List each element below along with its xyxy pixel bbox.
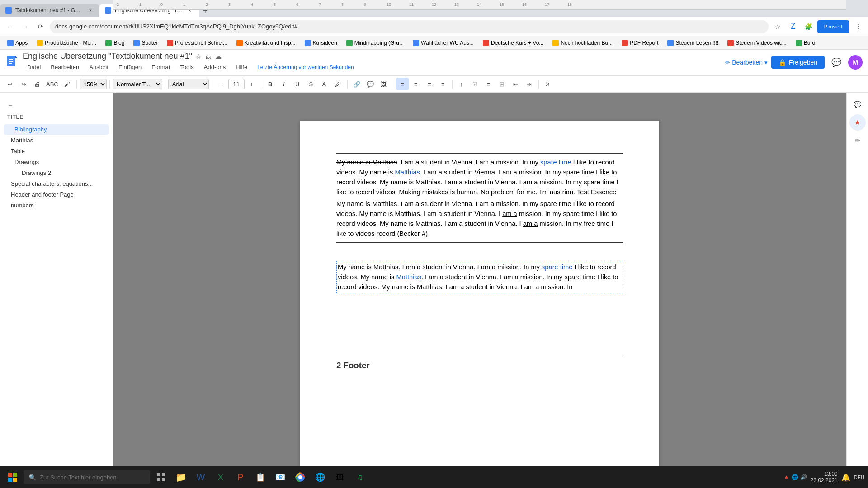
notification-icon[interactable]: 🔔 bbox=[841, 473, 850, 482]
bookmark-star-icon[interactable]: ☆ bbox=[771, 20, 784, 33]
document-page-1[interactable]: My name is Matthias. I am a student in V… bbox=[300, 121, 659, 466]
menu-einfuegen[interactable]: Einfügen bbox=[114, 62, 146, 72]
photos-icon[interactable]: 🖼 bbox=[331, 468, 349, 486]
italic-button[interactable]: I bbox=[278, 78, 290, 90]
bookmark-spaeter[interactable]: Später bbox=[130, 39, 161, 47]
font-size-input[interactable] bbox=[228, 79, 245, 89]
sidebar-item-drawings2[interactable]: Drawings 2 bbox=[4, 168, 109, 178]
address-input[interactable] bbox=[50, 20, 769, 33]
bullet-list-button[interactable]: ≡ bbox=[482, 78, 495, 90]
network-icon[interactable]: 🌐 bbox=[792, 474, 798, 480]
tab1-close[interactable]: × bbox=[87, 7, 94, 14]
align-justify-button[interactable]: ≡ bbox=[437, 78, 449, 90]
bookmark-deutschekurs[interactable]: Deutsche Kurs + Vo... bbox=[479, 39, 547, 47]
document-canvas[interactable]: -2 -1 0 1 2 3 4 5 6 7 8 9 10 11 12 13 14 bbox=[113, 93, 846, 488]
clear-formatting-button[interactable]: ✕ bbox=[542, 78, 554, 90]
sidebar-item-bibliography[interactable]: Bibliography bbox=[4, 124, 109, 135]
file-explorer-icon[interactable]: 📁 bbox=[172, 468, 190, 486]
font-name-select[interactable]: Arial Times New Roman bbox=[168, 79, 209, 89]
bookmark-apps[interactable]: Apps bbox=[4, 39, 31, 47]
bookmark-steuern-lesen[interactable]: Steuern Lesen !!!! bbox=[664, 39, 722, 47]
insert-comment-button[interactable]: 💬 bbox=[364, 78, 377, 90]
move-to-folder-icon[interactable]: 🗂 bbox=[205, 53, 212, 60]
spellcheck-button[interactable]: ABC bbox=[44, 78, 60, 90]
line-spacing-button[interactable]: ↕ bbox=[455, 78, 468, 90]
edge-icon[interactable]: 🌐 bbox=[311, 468, 329, 486]
edit-mode-btn[interactable]: ✏ Bearbeiten ▾ bbox=[725, 59, 768, 66]
link-spare-time[interactable]: spare time bbox=[540, 159, 573, 166]
paragraph-style-select[interactable]: Normaler T... Überschrift 1 bbox=[113, 79, 162, 89]
link-spare-time-2[interactable]: spare time bbox=[542, 263, 575, 271]
forward-button[interactable]: → bbox=[19, 20, 32, 33]
tab-1[interactable]: Tabdokument neu #1 - Google ... × bbox=[0, 4, 99, 17]
bookmark-pdf[interactable]: PDF Report bbox=[618, 39, 662, 47]
powerpoint-icon[interactable]: P bbox=[231, 468, 250, 486]
bold-button[interactable]: B bbox=[264, 78, 277, 90]
bookmark-blog[interactable]: Blog bbox=[102, 39, 128, 47]
share-button[interactable]: 🔒 Freigeben bbox=[771, 56, 825, 69]
sidebar-back-button[interactable]: ← bbox=[0, 100, 113, 110]
undo-button[interactable]: ↩ bbox=[4, 78, 16, 90]
numbered-list-button[interactable]: ⊞ bbox=[496, 78, 509, 90]
taskview-button[interactable] bbox=[152, 468, 170, 486]
star-right-icon[interactable]: ★ bbox=[849, 114, 866, 131]
pencil-right-icon[interactable]: ✏ bbox=[849, 132, 866, 149]
menu-hilfe[interactable]: Hilfe bbox=[231, 62, 252, 72]
bookmark-noch-hochladen[interactable]: Noch hochladen Bu... bbox=[549, 39, 616, 47]
excel-icon[interactable]: X bbox=[212, 468, 230, 486]
underline-button[interactable]: U bbox=[291, 78, 304, 90]
checklist-button[interactable]: ☑ bbox=[469, 78, 481, 90]
font-size-increase[interactable]: + bbox=[245, 78, 258, 90]
star-icon[interactable]: ☆ bbox=[196, 53, 202, 60]
bookmark-produktsuche[interactable]: Produktsuche - Mer... bbox=[33, 39, 100, 47]
system-clock[interactable]: 13:09 23.02.2021 bbox=[811, 471, 838, 483]
insert-link-button[interactable]: 🔗 bbox=[350, 78, 363, 90]
paragraph-1[interactable]: My name is Matthias. I am a student in V… bbox=[336, 157, 623, 197]
print-button[interactable]: 🖨 bbox=[31, 78, 43, 90]
menu-bearbeiten[interactable]: Bearbeiten bbox=[46, 62, 84, 72]
extension-icon[interactable]: 🧩 bbox=[802, 20, 815, 33]
menu-icon[interactable]: ⋮ bbox=[852, 20, 864, 33]
font-size-decrease[interactable]: − bbox=[215, 78, 227, 90]
word-icon[interactable]: W bbox=[192, 468, 210, 486]
bookmark-steuern-videos[interactable]: Steuern Videos wic... bbox=[724, 39, 790, 47]
link-matthias[interactable]: Matthias bbox=[395, 169, 420, 176]
chrome-icon[interactable] bbox=[291, 468, 309, 486]
reload-button[interactable]: ⟳ bbox=[34, 20, 47, 33]
tray-icon-1[interactable]: 🔺 bbox=[783, 474, 790, 480]
app6-icon[interactable]: 📧 bbox=[271, 468, 289, 486]
paragraph-2[interactable]: My name is Matthias. I am a student in V… bbox=[336, 199, 623, 239]
edit-dropdown-icon[interactable]: ▾ bbox=[764, 59, 768, 66]
bookmark-professionell[interactable]: Professionell Schrei... bbox=[163, 39, 231, 47]
paint-format-button[interactable]: 🖌 bbox=[61, 78, 74, 90]
sidebar-item-drawings[interactable]: Drawings bbox=[4, 157, 109, 167]
text-color-button[interactable]: A bbox=[318, 78, 331, 90]
menu-datei[interactable]: Datei bbox=[23, 62, 45, 72]
bookmark-wahlfaecher[interactable]: Wahlfächer WU Aus... bbox=[409, 39, 477, 47]
strikethrough-button[interactable]: S bbox=[305, 78, 317, 90]
zoom-select[interactable]: 150% 100% bbox=[80, 79, 107, 89]
user-avatar[interactable]: M bbox=[848, 55, 863, 70]
link-matthias-2[interactable]: Matthias bbox=[396, 273, 421, 281]
chat-icon[interactable]: 💬 bbox=[849, 96, 866, 113]
start-button[interactable] bbox=[4, 468, 22, 486]
decrease-indent-button[interactable]: ⇤ bbox=[509, 78, 522, 90]
sync-icon[interactable]: Pausiert bbox=[817, 20, 849, 33]
back-button[interactable]: ← bbox=[4, 20, 16, 33]
taskbar-search-box[interactable]: 🔍 bbox=[24, 470, 150, 484]
bookmark-kursideen[interactable]: Kursideen bbox=[301, 39, 341, 47]
sidebar-item-matthias[interactable]: Matthias bbox=[4, 135, 109, 145]
menu-tools[interactable]: Tools bbox=[175, 62, 198, 72]
menu-ansicht[interactable]: Ansicht bbox=[85, 62, 113, 72]
sidebar-item-table[interactable]: Table bbox=[4, 146, 109, 156]
app5-icon[interactable]: 📋 bbox=[251, 468, 269, 486]
spotify-icon[interactable]: ♫ bbox=[351, 468, 369, 486]
align-center-button[interactable]: ≡ bbox=[410, 78, 422, 90]
insert-image-button[interactable]: 🖼 bbox=[377, 78, 390, 90]
profile-icon[interactable]: Z bbox=[787, 20, 799, 33]
menu-addons[interactable]: Add-ons bbox=[199, 62, 230, 72]
paragraph-3[interactable]: My name is Matthias. I am a student in V… bbox=[338, 262, 622, 292]
increase-indent-button[interactable]: ⇥ bbox=[523, 78, 536, 90]
menu-format[interactable]: Format bbox=[147, 62, 175, 72]
comments-icon[interactable]: 💬 bbox=[828, 54, 844, 70]
